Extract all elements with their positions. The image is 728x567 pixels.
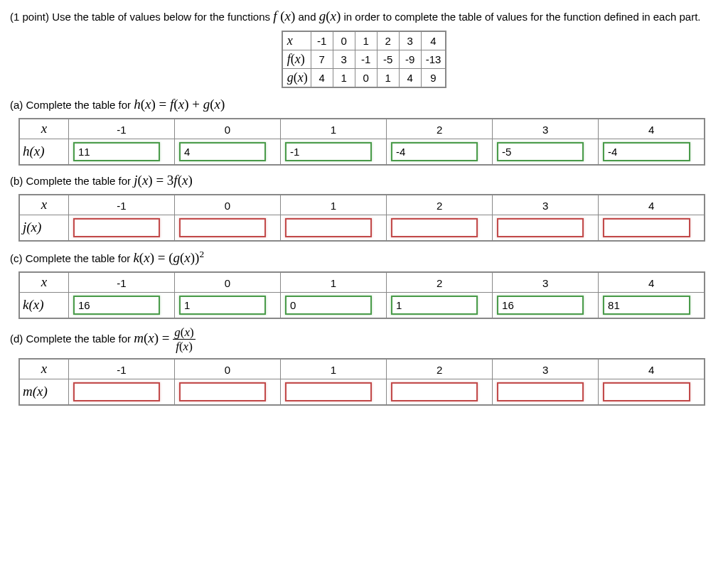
k-input-5[interactable] bbox=[603, 296, 690, 315]
j-input-3[interactable] bbox=[391, 218, 478, 237]
j-input-1[interactable] bbox=[179, 218, 266, 237]
x-header: x bbox=[19, 119, 69, 139]
k-input-1[interactable] bbox=[179, 296, 266, 315]
m-input-1[interactable] bbox=[179, 382, 266, 401]
k-input-0[interactable] bbox=[73, 296, 160, 315]
question-intro: (1 point) Use the table of values below … bbox=[10, 7, 718, 26]
part-a-label: (a) Complete the table for h(x) = f(x) +… bbox=[10, 97, 718, 112]
k-input-3[interactable] bbox=[391, 296, 478, 315]
h-input-0[interactable] bbox=[73, 142, 160, 161]
x-header: x bbox=[19, 359, 69, 379]
given-f-label: f(x) bbox=[282, 50, 311, 68]
j-row-label: j(x) bbox=[19, 215, 69, 241]
part-b-label: (b) Complete the table for j(x) = 3f(x) bbox=[10, 173, 718, 188]
m-input-4[interactable] bbox=[497, 382, 584, 401]
given-x-label: x bbox=[282, 31, 311, 50]
given-values-table: x -1 0 1 2 3 4 f(x) 7 3 -1 -5 -9 -13 g(x… bbox=[282, 31, 447, 88]
points-label: (1 point) bbox=[10, 11, 52, 23]
h-input-1[interactable] bbox=[179, 142, 266, 161]
h-row-label: h(x) bbox=[19, 139, 69, 165]
h-input-2[interactable] bbox=[285, 142, 372, 161]
h-input-3[interactable] bbox=[391, 142, 478, 161]
given-g-label: g(x) bbox=[282, 68, 311, 87]
part-b-table: x -1 0 1 2 3 4 j(x) bbox=[18, 194, 705, 242]
part-d-label: (d) Complete the table for m(x) = g(x)f(… bbox=[10, 326, 718, 352]
j-input-4[interactable] bbox=[497, 218, 584, 237]
gx-symbol: g(x) bbox=[319, 9, 341, 23]
h-input-5[interactable] bbox=[603, 142, 690, 161]
part-d-table: x -1 0 1 2 3 4 m(x) bbox=[18, 358, 705, 406]
k-row-label: k(x) bbox=[19, 292, 69, 318]
m-row-label: m(x) bbox=[19, 379, 69, 405]
k-input-4[interactable] bbox=[497, 296, 584, 315]
m-input-0[interactable] bbox=[73, 382, 160, 401]
m-input-2[interactable] bbox=[285, 382, 372, 401]
fx-symbol: f (x) bbox=[273, 9, 295, 23]
j-input-5[interactable] bbox=[603, 218, 690, 237]
part-c-label: (c) Complete the table for k(x) = (g(x))… bbox=[10, 249, 718, 266]
j-input-0[interactable] bbox=[73, 218, 160, 237]
x-header: x bbox=[19, 272, 69, 293]
m-input-3[interactable] bbox=[391, 382, 478, 401]
j-input-2[interactable] bbox=[285, 218, 372, 237]
m-input-5[interactable] bbox=[603, 382, 690, 401]
part-c-table: x -1 0 1 2 3 4 k(x) bbox=[18, 271, 705, 319]
part-a-table: x -1 0 1 2 3 4 h(x) bbox=[18, 118, 705, 166]
h-input-4[interactable] bbox=[497, 142, 584, 161]
x-header: x bbox=[19, 195, 69, 215]
k-input-2[interactable] bbox=[285, 296, 372, 315]
